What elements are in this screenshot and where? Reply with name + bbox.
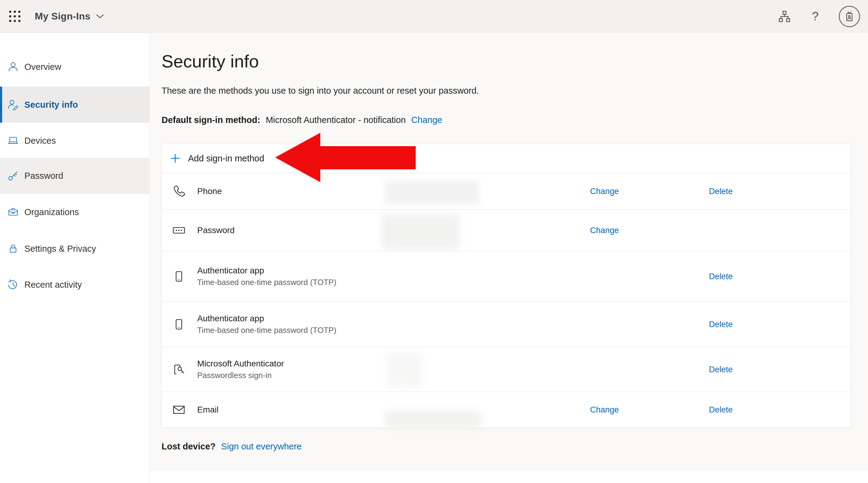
- sidebar-item-label: Overview: [23, 62, 61, 72]
- security-info-page: Security info These are the methods you …: [150, 33, 868, 483]
- history-icon: [7, 279, 19, 290]
- method-row-authenticator-totp-2: Authenticator app Time-based one-time pa…: [162, 302, 850, 347]
- delete-link[interactable]: Delete: [709, 365, 733, 374]
- app-title-menu[interactable]: My Sign-Ins: [35, 11, 104, 22]
- sign-out-everywhere-link[interactable]: Sign out everywhere: [221, 442, 302, 451]
- default-signin-method-line: Default sign-in method: Microsoft Authen…: [161, 115, 442, 125]
- sidebar-item-label: Password: [23, 171, 63, 181]
- lost-device-line: Lost device? Sign out everywhere: [161, 442, 302, 452]
- delete-link[interactable]: Delete: [709, 405, 733, 415]
- change-link[interactable]: Change: [590, 226, 619, 235]
- lock-icon: [7, 243, 19, 254]
- person-edit-icon: [7, 99, 19, 110]
- app-launcher-icon[interactable]: [9, 11, 21, 22]
- sidebar-item-password[interactable]: Password: [0, 158, 149, 194]
- password-field-icon: [172, 224, 186, 237]
- method-row-password: Password Change: [162, 210, 850, 251]
- signin-methods-table: Add sign-in method Phone Change Delete P…: [161, 144, 851, 428]
- key-icon: [7, 170, 19, 181]
- id-badge-icon: [842, 9, 857, 24]
- smartphone-icon: [172, 270, 186, 283]
- sidebar-item-security-info[interactable]: Security info: [0, 87, 149, 123]
- redacted-phone-number: [384, 181, 479, 204]
- default-method-label: Default sign-in method:: [161, 115, 260, 125]
- sidebar-item-label: Security info: [23, 100, 78, 110]
- smartphone-icon: [172, 318, 186, 331]
- redacted-email-address: [384, 411, 482, 428]
- page-title: Security info: [161, 51, 259, 72]
- default-method-value: Microsoft Authenticator - notification: [266, 115, 406, 125]
- sidebar-item-label: Organizations: [23, 207, 79, 217]
- redacted-password-info: [382, 214, 460, 250]
- method-name: Email: [197, 405, 219, 415]
- help-icon[interactable]: ?: [812, 9, 818, 23]
- lost-device-label: Lost device?: [161, 442, 215, 451]
- method-name: Phone: [197, 187, 222, 196]
- change-link[interactable]: Change: [590, 187, 619, 196]
- chevron-down-icon: [96, 14, 104, 19]
- bottom-band: [150, 472, 868, 483]
- add-signin-method-button[interactable]: Add sign-in method: [162, 144, 850, 173]
- method-row-email: Email Change Delete: [162, 392, 850, 427]
- delete-link[interactable]: Delete: [709, 272, 733, 281]
- default-method-change-link[interactable]: Change: [411, 115, 442, 125]
- plus-icon: [170, 153, 180, 163]
- delete-link[interactable]: Delete: [709, 319, 733, 329]
- redacted-device-name: [388, 353, 422, 387]
- org-chart-icon[interactable]: [777, 9, 792, 24]
- sidebar-item-settings-privacy[interactable]: Settings & Privacy: [0, 231, 149, 267]
- phone-handset-icon: [172, 184, 186, 198]
- method-subtitle: Time-based one-time password (TOTP): [197, 278, 337, 287]
- envelope-icon: [172, 403, 186, 417]
- sidebar-item-devices[interactable]: Devices: [0, 123, 149, 159]
- sidebar: Overview Security info Devices Password: [0, 33, 150, 483]
- sidebar-item-organizations[interactable]: Organizations: [0, 194, 149, 230]
- avatar[interactable]: [839, 6, 860, 27]
- phone-key-icon: [172, 363, 186, 376]
- app-title: My Sign-Ins: [35, 11, 91, 22]
- method-name: Authenticator app: [197, 314, 337, 323]
- sidebar-item-recent-activity[interactable]: Recent activity: [0, 267, 149, 303]
- briefcase-icon: [7, 206, 19, 218]
- add-signin-method-label: Add sign-in method: [188, 153, 264, 164]
- method-row-authenticator-totp-1: Authenticator app Time-based one-time pa…: [162, 251, 850, 302]
- person-icon: [7, 61, 19, 73]
- method-row-phone: Phone Change Delete: [162, 173, 850, 210]
- method-name: Microsoft Authenticator: [197, 359, 284, 369]
- method-subtitle: Time-based one-time password (TOTP): [197, 325, 337, 335]
- sidebar-item-overview[interactable]: Overview: [0, 49, 149, 85]
- topbar-actions: ?: [777, 6, 868, 27]
- delete-link[interactable]: Delete: [709, 187, 733, 196]
- method-subtitle: Passwordless sign-in: [197, 371, 284, 380]
- page-subtitle: These are the methods you use to sign in…: [161, 86, 479, 96]
- topbar: My Sign-Ins ?: [0, 0, 868, 33]
- method-name: Password: [197, 226, 235, 235]
- method-row-microsoft-authenticator: Microsoft Authenticator Passwordless sig…: [162, 347, 850, 392]
- laptop-icon: [7, 135, 19, 146]
- method-name: Authenticator app: [197, 266, 337, 276]
- sidebar-item-label: Devices: [23, 136, 56, 146]
- sidebar-item-label: Settings & Privacy: [23, 244, 96, 254]
- sidebar-item-label: Recent activity: [23, 280, 82, 290]
- change-link[interactable]: Change: [590, 405, 619, 415]
